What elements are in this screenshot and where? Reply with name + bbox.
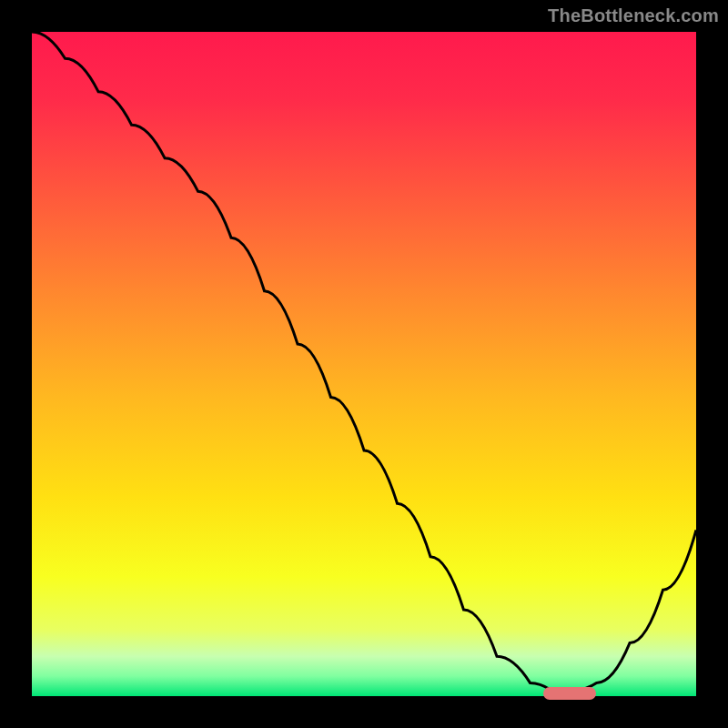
bottleneck-curve [32, 32, 696, 690]
watermark-text: TheBottleneck.com [548, 5, 719, 26]
chart-svg [32, 32, 696, 696]
chart-frame: TheBottleneck.com [0, 0, 728, 728]
plot-area [32, 32, 696, 696]
optimal-marker [543, 687, 596, 700]
